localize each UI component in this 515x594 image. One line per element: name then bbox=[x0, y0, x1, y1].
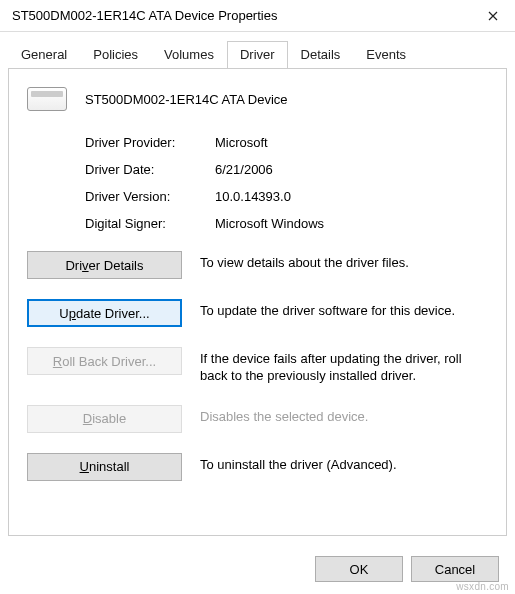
driver-version-row: Driver Version: 10.0.14393.0 bbox=[27, 189, 488, 204]
update-driver-row: Update Driver... To update the driver so… bbox=[27, 299, 488, 327]
update-driver-button[interactable]: Update Driver... bbox=[27, 299, 182, 327]
tab-general[interactable]: General bbox=[8, 41, 80, 68]
device-name: ST500DM002-1ER14C ATA Device bbox=[85, 92, 288, 107]
disk-drive-icon bbox=[27, 87, 67, 111]
uninstall-description: To uninstall the driver (Advanced). bbox=[200, 453, 488, 474]
roll-back-driver-row: Roll Back Driver... If the device fails … bbox=[27, 347, 488, 385]
ok-button[interactable]: OK bbox=[315, 556, 403, 582]
driver-version-label: Driver Version: bbox=[85, 189, 215, 204]
digital-signer-label: Digital Signer: bbox=[85, 216, 215, 231]
driver-details-description: To view details about the driver files. bbox=[200, 251, 488, 272]
disable-description: Disables the selected device. bbox=[200, 405, 488, 426]
driver-date-row: Driver Date: 6/21/2006 bbox=[27, 162, 488, 177]
tab-policies[interactable]: Policies bbox=[80, 41, 151, 68]
uninstall-button[interactable]: Uninstall bbox=[27, 453, 182, 481]
driver-version-value: 10.0.14393.0 bbox=[215, 189, 291, 204]
digital-signer-value: Microsoft Windows bbox=[215, 216, 324, 231]
driver-date-value: 6/21/2006 bbox=[215, 162, 273, 177]
tab-strip: General Policies Volumes Driver Details … bbox=[0, 32, 515, 68]
dialog-footer: OK Cancel bbox=[315, 556, 499, 582]
driver-details-row: Driver Details To view details about the… bbox=[27, 251, 488, 279]
disable-row: Disable Disables the selected device. bbox=[27, 405, 488, 433]
titlebar: ST500DM002-1ER14C ATA Device Properties bbox=[0, 0, 515, 32]
device-header: ST500DM002-1ER14C ATA Device bbox=[27, 87, 488, 111]
uninstall-row: Uninstall To uninstall the driver (Advan… bbox=[27, 453, 488, 481]
roll-back-driver-button: Roll Back Driver... bbox=[27, 347, 182, 375]
tab-volumes[interactable]: Volumes bbox=[151, 41, 227, 68]
driver-provider-row: Driver Provider: Microsoft bbox=[27, 135, 488, 150]
tab-driver[interactable]: Driver bbox=[227, 41, 288, 69]
driver-tab-panel: ST500DM002-1ER14C ATA Device Driver Prov… bbox=[8, 68, 507, 536]
tab-events[interactable]: Events bbox=[353, 41, 419, 68]
tab-details[interactable]: Details bbox=[288, 41, 354, 68]
watermark: wsxdn.com bbox=[456, 581, 509, 592]
disable-button: Disable bbox=[27, 405, 182, 433]
roll-back-driver-description: If the device fails after updating the d… bbox=[200, 347, 488, 385]
driver-date-label: Driver Date: bbox=[85, 162, 215, 177]
driver-provider-label: Driver Provider: bbox=[85, 135, 215, 150]
window-title: ST500DM002-1ER14C ATA Device Properties bbox=[12, 8, 277, 23]
driver-details-button[interactable]: Driver Details bbox=[27, 251, 182, 279]
driver-provider-value: Microsoft bbox=[215, 135, 268, 150]
update-driver-description: To update the driver software for this d… bbox=[200, 299, 488, 320]
digital-signer-row: Digital Signer: Microsoft Windows bbox=[27, 216, 488, 231]
close-icon[interactable] bbox=[471, 0, 515, 32]
cancel-button[interactable]: Cancel bbox=[411, 556, 499, 582]
